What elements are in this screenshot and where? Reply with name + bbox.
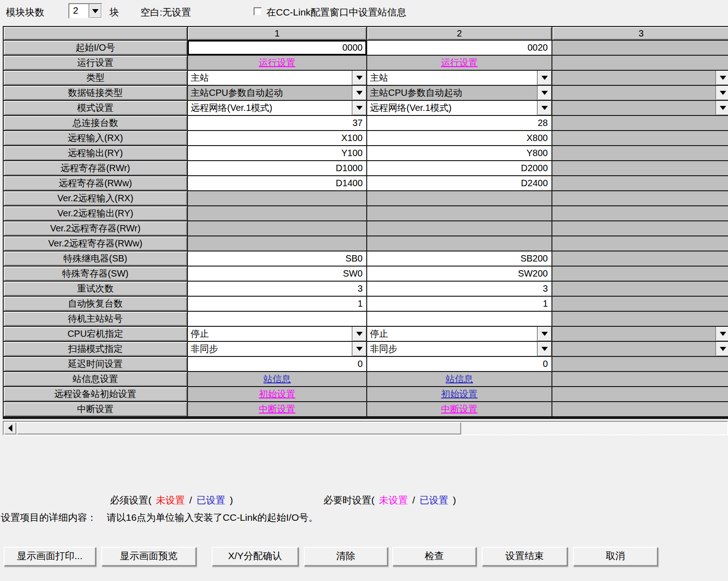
grid-input-cell[interactable]: D2400 <box>367 176 551 190</box>
grid-input-cell[interactable]: 0 <box>188 357 366 371</box>
grid-combo[interactable] <box>552 86 728 100</box>
grid-combo[interactable]: 主站CPU参数自动起动 <box>188 86 366 100</box>
combo-value <box>552 101 715 115</box>
combo-dropdown-button[interactable] <box>715 71 728 85</box>
row-label: 重试次数 <box>4 282 187 296</box>
grid-link[interactable]: 运行设置 <box>259 58 296 68</box>
combo-value: 停止 <box>188 327 352 341</box>
grid-empty-cell <box>367 191 551 205</box>
chevron-left-icon <box>8 424 12 432</box>
grid-link[interactable]: 运行设置 <box>441 58 478 68</box>
grid-input-cell[interactable]: 1 <box>188 297 366 311</box>
grid-empty-cell <box>552 221 728 236</box>
grid-combo[interactable] <box>552 71 728 85</box>
grid-combo[interactable] <box>552 342 728 356</box>
grid-input-cell[interactable]: SB200 <box>367 251 551 266</box>
grid-combo[interactable]: 非同步 <box>188 342 366 356</box>
module-count-label: 模块块数 <box>6 6 44 19</box>
grid-combo[interactable]: 停止 <box>188 327 366 341</box>
grid-link-cell: 站信息 <box>367 372 551 386</box>
grid-input-cell[interactable]: Y100 <box>188 146 366 160</box>
preview-screen-button[interactable]: 显示画面预览 <box>101 547 196 566</box>
grid-input-cell[interactable] <box>188 312 366 326</box>
station-info-checkbox[interactable] <box>254 7 262 16</box>
combo-dropdown-button[interactable] <box>537 342 551 356</box>
combo-dropdown-button[interactable] <box>537 86 551 100</box>
grid-combo[interactable]: 主站CPU参数自动起动 <box>367 86 551 100</box>
module-count-select[interactable]: 2 <box>68 3 102 19</box>
grid-link[interactable]: 站信息 <box>446 374 473 384</box>
grid-input-cell[interactable]: 0020 <box>367 41 551 55</box>
grid-empty-cell <box>552 161 728 175</box>
grid-input-cell[interactable]: SW0 <box>188 267 366 281</box>
scroll-left-button[interactable] <box>4 422 16 434</box>
grid-link[interactable]: 初始设置 <box>259 389 296 399</box>
row-label: 待机主站站号 <box>4 312 187 326</box>
grid-input-cell[interactable]: Y800 <box>367 146 551 160</box>
combo-dropdown-button[interactable] <box>715 327 728 341</box>
grid-input-cell[interactable]: 0000 <box>188 41 366 55</box>
grid-input-cell[interactable] <box>367 312 551 326</box>
grid-link-cell: 运行设置 <box>188 56 366 70</box>
grid-link[interactable]: 站信息 <box>264 374 291 384</box>
module-count-dropdown-button[interactable] <box>88 4 101 18</box>
combo-dropdown-button[interactable] <box>537 327 551 341</box>
grid-input-cell[interactable]: X100 <box>188 131 366 145</box>
grid-input-cell[interactable]: SB0 <box>188 251 366 266</box>
xy-assignment-button[interactable]: X/Y分配确认 <box>212 547 298 566</box>
scrollbar-thumb[interactable] <box>16 422 461 434</box>
grid-empty-cell <box>552 372 728 386</box>
horizontal-scrollbar[interactable] <box>3 421 728 435</box>
grid-input-cell[interactable]: X800 <box>367 131 551 145</box>
combo-dropdown-button[interactable] <box>537 71 551 85</box>
scrollbar-track[interactable] <box>461 422 727 434</box>
grid-input-cell[interactable]: 28 <box>367 116 551 130</box>
grid-input-cell[interactable]: D1400 <box>188 176 366 190</box>
combo-dropdown-button[interactable] <box>352 342 366 356</box>
column-header-1: 1 <box>188 27 366 40</box>
grid-combo[interactable]: 停止 <box>367 327 551 341</box>
grid-combo[interactable]: 主站 <box>367 71 551 85</box>
combo-dropdown-button[interactable] <box>715 342 728 356</box>
legend-optional-prefix: 必要时设置( <box>323 495 374 505</box>
grid-combo[interactable] <box>552 101 728 115</box>
chevron-down-icon <box>541 347 548 351</box>
grid-combo[interactable] <box>552 327 728 341</box>
grid-combo[interactable]: 主站 <box>188 71 366 85</box>
grid-input-cell[interactable]: 1 <box>367 297 551 311</box>
combo-dropdown-button[interactable] <box>537 101 551 115</box>
grid-empty-cell <box>552 146 728 160</box>
grid-input-cell[interactable]: 0 <box>367 357 551 371</box>
grid-input-cell[interactable]: D1000 <box>188 161 366 175</box>
grid-input-cell[interactable]: 37 <box>188 116 366 130</box>
combo-dropdown-button[interactable] <box>715 101 728 115</box>
grid-link[interactable]: 中断设置 <box>441 404 478 414</box>
grid-combo[interactable]: 远程网络(Ver.1模式) <box>188 101 366 115</box>
combo-dropdown-button[interactable] <box>352 86 366 100</box>
combo-dropdown-button[interactable] <box>352 71 366 85</box>
combo-dropdown-button[interactable] <box>352 101 366 115</box>
grid-input-cell[interactable]: 3 <box>188 282 366 296</box>
cancel-button[interactable]: 取消 <box>573 547 658 566</box>
grid-empty-cell <box>552 56 728 70</box>
grid-link[interactable]: 初始设置 <box>441 389 478 399</box>
combo-value: 非同步 <box>188 342 352 356</box>
grid-input-cell[interactable]: SW200 <box>367 267 551 281</box>
print-screen-button[interactable]: 显示画面打印... <box>4 547 96 566</box>
grid-combo[interactable]: 远程网络(Ver.1模式) <box>367 101 551 115</box>
grid-empty-cell <box>367 221 551 236</box>
grid-combo[interactable]: 非同步 <box>367 342 551 356</box>
grid-link[interactable]: 中断设置 <box>259 404 296 414</box>
grid-empty-cell <box>552 236 728 251</box>
grid-input-cell[interactable]: 3 <box>367 282 551 296</box>
grid-empty-cell <box>552 357 728 371</box>
combo-dropdown-button[interactable] <box>715 86 728 100</box>
check-button[interactable]: 检查 <box>392 547 476 566</box>
legend-optional-set: 已设置 <box>420 495 448 505</box>
combo-dropdown-button[interactable] <box>352 327 366 341</box>
grid-empty-cell <box>367 236 551 251</box>
combo-value: 非同步 <box>367 342 537 356</box>
finish-button[interactable]: 设置结束 <box>482 547 567 566</box>
grid-input-cell[interactable]: D2000 <box>367 161 551 175</box>
clear-button[interactable]: 清除 <box>304 547 388 566</box>
